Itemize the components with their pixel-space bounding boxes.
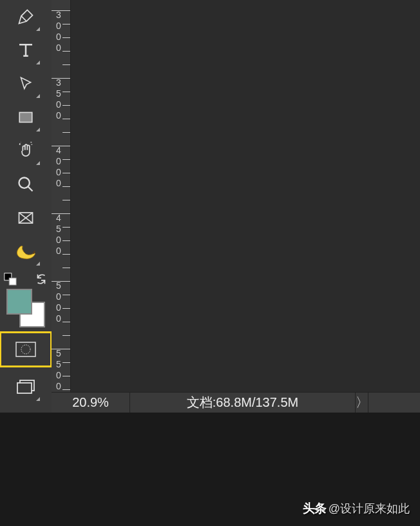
svg-rect-4 (9, 278, 16, 285)
document-size[interactable]: 文档:68.8M/137.5M (130, 393, 356, 413)
quickmask-icon (15, 341, 37, 358)
ruler-tick-label: 0 (54, 168, 63, 177)
banana-icon (15, 243, 37, 260)
ruler-tick-label: 0 (54, 21, 63, 30)
vertical-ruler: 300035004000450050005500 (52, 0, 71, 392)
ruler-tick-label: 0 (54, 382, 63, 391)
ruler-tick-label: 0 (54, 314, 63, 323)
cross-box-icon (17, 209, 35, 227)
svg-point-6 (21, 345, 30, 354)
app-area: 300035004000450050005500 20.9% 文档:68.8M/… (0, 0, 420, 413)
ruler-tick-label: 5 (54, 281, 63, 290)
canvas[interactable] (71, 0, 420, 392)
svg-point-1 (19, 178, 30, 188)
screen-mode-button[interactable] (10, 371, 41, 402)
path-select-tool[interactable] (10, 68, 41, 99)
ruler-tick-label: 0 (54, 292, 63, 301)
ruler-tick-label: 0 (54, 246, 63, 255)
ruler-tick-label: 0 (54, 100, 63, 109)
ruler-tick-label: 5 (54, 224, 63, 233)
ruler-tick-label: 4 (54, 213, 63, 222)
color-swatches[interactable] (6, 289, 45, 327)
ruler-tick-label: 4 (54, 146, 63, 155)
svg-rect-5 (16, 342, 35, 356)
default-colors-icon[interactable] (3, 272, 17, 286)
ruler-tick-label: 0 (54, 303, 63, 312)
foreground-color[interactable] (6, 289, 32, 315)
hand-rotate-icon (17, 142, 35, 160)
swap-colors-icon[interactable] (34, 272, 48, 286)
color-switch-row (3, 272, 48, 286)
zoom-level[interactable]: 20.9% (52, 393, 130, 413)
ruler-tick-label: 0 (54, 371, 63, 380)
zoom-tool[interactable] (10, 169, 41, 200)
arrow-cursor-icon (17, 75, 34, 92)
ruler-tick-label: 3 (54, 78, 63, 87)
status-chevron[interactable]: 〉 (356, 393, 368, 413)
type-tool[interactable] (10, 35, 41, 66)
banana-tool[interactable] (10, 236, 41, 267)
ruler-tick-label: 0 (54, 235, 63, 244)
ruler-tick-label: 3 (54, 10, 63, 19)
pen-icon (17, 8, 35, 26)
quickmask-mode-button[interactable] (0, 331, 52, 367)
watermark: 头条 @设计原来如此 (303, 500, 410, 517)
rectangle-icon (17, 109, 34, 126)
ruler-tick-label: 0 (54, 157, 63, 166)
svg-rect-8 (17, 383, 32, 393)
ruler-tick-label: 0 (54, 43, 63, 52)
pen-tool[interactable] (10, 1, 41, 32)
ruler-tick-label: 5 (54, 89, 63, 98)
magnifier-icon (17, 175, 35, 193)
toolbar (0, 0, 52, 413)
rotate-view-tool[interactable] (10, 135, 41, 166)
screen-mode-icon (16, 379, 35, 394)
ruler-tick-label: 5 (54, 349, 63, 358)
ruler-tick-label: 5 (54, 360, 63, 369)
ruler-tick-label: 0 (54, 32, 63, 41)
shape-tool[interactable] (10, 102, 41, 133)
extra-tool-1[interactable] (10, 202, 41, 233)
watermark-brand: 头条 (303, 500, 326, 517)
svg-rect-0 (19, 112, 32, 122)
watermark-handle: @设计原来如此 (329, 501, 410, 516)
ruler-tick-label: 0 (54, 111, 63, 120)
status-bar: 20.9% 文档:68.8M/137.5M 〉 (52, 392, 420, 413)
type-icon (16, 41, 35, 60)
ruler-tick-label: 0 (54, 179, 63, 188)
